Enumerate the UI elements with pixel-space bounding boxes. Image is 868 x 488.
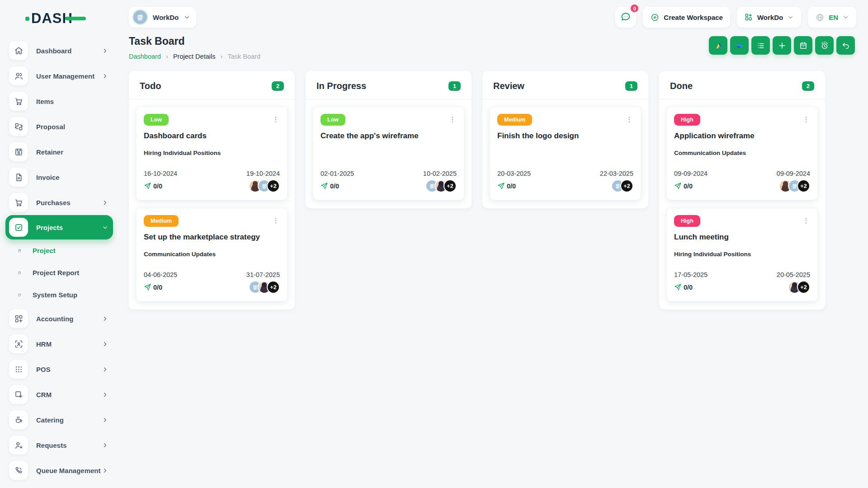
- sidebar-item-label: Accounting: [36, 315, 102, 323]
- plus-icon: [778, 41, 787, 50]
- kebab-menu-icon[interactable]: [802, 217, 810, 225]
- onedrive-button[interactable]: [730, 36, 749, 55]
- kebab-menu-icon[interactable]: [448, 116, 457, 124]
- task-card[interactable]: Low Dashboard cards Hiring Individual Po…: [136, 107, 288, 200]
- messages-button[interactable]: 0: [615, 7, 636, 28]
- sidebar-item-proposal[interactable]: Proposal: [5, 114, 113, 139]
- sidebar-item-hrm[interactable]: HRM: [5, 331, 113, 357]
- create-workspace-label: Create Workspace: [664, 14, 723, 21]
- chevron-right-icon: [102, 391, 108, 398]
- task-card[interactable]: Medium Set up the marketplace strategy C…: [136, 208, 288, 301]
- task-title: Set up the marketplace strategy: [144, 233, 280, 242]
- timer-button[interactable]: [815, 36, 834, 55]
- breadcrumb-current: Task Board: [215, 52, 260, 60]
- column-title: Review: [493, 81, 524, 91]
- sidebar-item-label: Catering: [36, 416, 102, 424]
- send-icon: [674, 182, 682, 190]
- subtask-progress: 0/0: [684, 284, 693, 291]
- sidebar-subitem-project[interactable]: Project: [5, 239, 113, 262]
- send-icon: [497, 182, 505, 190]
- calendar-button[interactable]: [794, 36, 812, 55]
- sidebar-subitem-system-setup[interactable]: System Setup: [5, 284, 113, 306]
- sidebar-item-label: HRM: [36, 340, 102, 348]
- sidebar-item-items[interactable]: Items: [5, 89, 113, 114]
- back-button[interactable]: [836, 36, 855, 55]
- task-card[interactable]: High Lunch meeting Hiring Individual Pos…: [666, 208, 818, 301]
- assignee-avatars: +2: [611, 179, 633, 192]
- start-date: 04-06-2025: [144, 271, 177, 278]
- sidebar-item-pos[interactable]: POS: [5, 357, 113, 382]
- breadcrumb-dashboard[interactable]: Dashboard: [129, 53, 161, 60]
- extra-assignees-badge: +2: [620, 179, 633, 192]
- chevron-right-icon: [102, 442, 108, 449]
- google-drive-button[interactable]: [709, 36, 727, 55]
- add-task-button[interactable]: [773, 36, 791, 55]
- kebab-menu-icon[interactable]: [272, 217, 280, 225]
- chevron-down-icon: [787, 14, 794, 21]
- assignee-avatars: +2: [425, 179, 457, 192]
- sidebar-item-purchases[interactable]: Purchases: [5, 190, 113, 215]
- kebab-menu-icon[interactable]: [802, 116, 810, 124]
- sidebar-item-dashboard[interactable]: Dashboard: [5, 38, 113, 63]
- onedrive-icon: [735, 41, 744, 50]
- task-card[interactable]: High Application wireframe Communication…: [666, 107, 818, 200]
- cart-icon: [9, 92, 28, 111]
- workspace-selector[interactable]: WorkDo: [129, 7, 196, 28]
- subtask-progress: 0/0: [684, 183, 693, 190]
- task-card[interactable]: Low Create the app's wireframe 02-01-202…: [313, 107, 464, 200]
- column-count-badge: 1: [448, 81, 461, 91]
- priority-badge: Medium: [497, 114, 532, 126]
- task-title: Application wireframe: [674, 131, 810, 141]
- create-workspace-button[interactable]: Create Workspace: [643, 7, 730, 28]
- task-milestone: Hiring Individual Positions: [674, 251, 810, 258]
- workspace-avatar: [132, 9, 148, 25]
- main-content: Task Board Dashboard Project Details Tas…: [117, 30, 868, 310]
- end-date: 09-09-2024: [777, 170, 810, 177]
- page-title: Task Board: [129, 35, 260, 47]
- logo-accent-bar: [65, 17, 86, 20]
- kebab-menu-icon[interactable]: [625, 116, 633, 124]
- messages-count-badge: 0: [630, 4, 639, 13]
- sidebar-item-accounting[interactable]: Accounting: [5, 306, 113, 331]
- assignee-avatars: +2: [788, 281, 810, 294]
- sidebar-item-requests[interactable]: Requests: [5, 432, 113, 458]
- chevron-down-icon: [842, 14, 849, 21]
- sidebar-item-crm[interactable]: CRM: [5, 382, 113, 407]
- list-view-button[interactable]: [751, 36, 770, 55]
- sidebar-item-projects[interactable]: Projects: [5, 215, 113, 239]
- sidebar-subitem-project-report[interactable]: Project Report: [5, 262, 113, 284]
- bullet-icon: [17, 293, 22, 297]
- sidebar-item-label: Queue Management: [36, 467, 102, 474]
- sidebar-item-label: CRM: [36, 391, 102, 399]
- save-icon: [9, 142, 28, 161]
- sidebar-item-user-management[interactable]: User Management: [5, 63, 113, 89]
- column-title: Todo: [140, 81, 161, 91]
- extra-assignees-badge: +2: [443, 179, 457, 192]
- cart-icon: [9, 193, 28, 212]
- breadcrumb-project-details[interactable]: Project Details: [161, 52, 215, 60]
- column-count-badge: 2: [272, 81, 284, 91]
- list-icon: [756, 41, 765, 50]
- assignee-avatars: +2: [779, 179, 810, 192]
- language-selector[interactable]: EN: [808, 7, 856, 28]
- priority-badge: High: [674, 114, 700, 126]
- sidebar-item-retainer[interactable]: Retainer: [5, 139, 113, 164]
- home-icon: [9, 41, 28, 60]
- priority-badge: Low: [321, 114, 345, 126]
- sidebar-item-invoice[interactable]: Invoice: [5, 164, 113, 190]
- task-card[interactable]: Medium Finish the logo design 20-03-2025…: [490, 107, 641, 200]
- app-logo[interactable]: DASH: [25, 10, 86, 27]
- language-label: EN: [829, 14, 838, 21]
- column-title: Done: [670, 81, 693, 91]
- start-date: 17-05-2025: [674, 271, 708, 278]
- grid-plus-icon: [9, 309, 28, 328]
- squares-arrows-icon: [9, 117, 28, 136]
- kebab-menu-icon[interactable]: [272, 116, 280, 124]
- sidebar-item-queue-management[interactable]: Queue Management: [5, 458, 113, 483]
- assignee-avatars: +2: [249, 281, 280, 294]
- chevron-down-icon: [102, 224, 108, 231]
- sidebar-item-catering[interactable]: Catering: [5, 407, 113, 432]
- sidebar-item-label: Requests: [36, 441, 102, 449]
- apps-menu-button[interactable]: WorkDo: [737, 7, 801, 28]
- phone-call-icon: [9, 461, 28, 480]
